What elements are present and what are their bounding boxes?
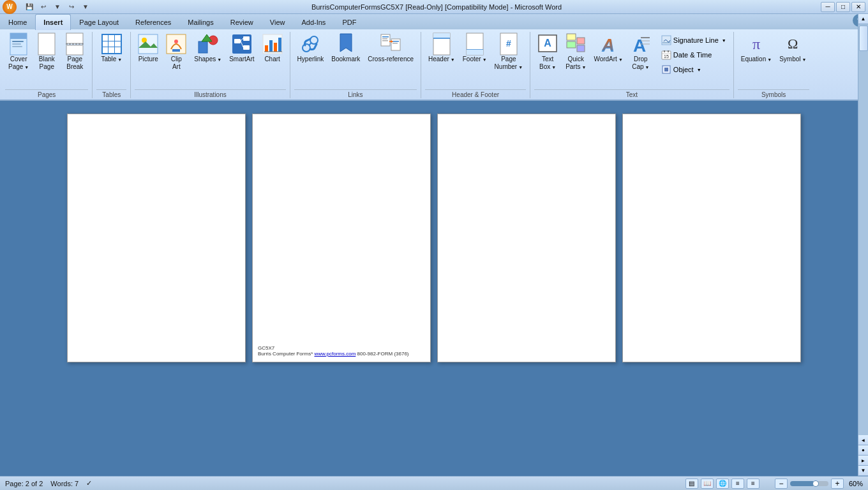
full-reading-view[interactable]: 📖	[701, 479, 714, 489]
web-layout-view[interactable]: 🌐	[716, 479, 729, 489]
ribbon-group-text: A TextBox▼ QuickParts▼	[530, 32, 734, 98]
svg-rect-21	[243, 45, 250, 50]
equation-button[interactable]: π Equation▼	[738, 32, 775, 65]
object-icon	[661, 64, 671, 75]
footer-button[interactable]: Footer▼	[460, 32, 490, 65]
bookmark-svg	[337, 33, 355, 56]
prev-page-button[interactable]: ◀	[858, 435, 868, 445]
svg-rect-69	[664, 68, 668, 71]
clip-art-svg	[166, 34, 186, 54]
ribbon-content: CoverPage▼ BlankPage	[0, 29, 868, 100]
smartart-button[interactable]: SmartArt	[226, 32, 257, 65]
draft-view[interactable]: ≡	[747, 479, 760, 489]
smartart-label: SmartArt	[229, 56, 254, 63]
picture-label: Picture	[138, 56, 158, 63]
tab-addins[interactable]: Add-Ins	[293, 14, 334, 29]
quick-parts-svg	[565, 33, 586, 56]
drop-cap-button[interactable]: A DropCap▼	[627, 32, 654, 73]
ribbon-group-symbols: π Equation▼ Ω Symbol▼ Symbols	[734, 32, 814, 98]
date-time-button[interactable]: 15 Date & Time	[658, 48, 730, 62]
object-svg	[661, 64, 671, 75]
page-indicator: Page: 2 of 2	[5, 480, 43, 487]
blank-page-icon	[36, 34, 57, 54]
picture-button[interactable]: Picture	[135, 32, 161, 65]
shapes-svg	[198, 34, 218, 54]
hyperlink-button[interactable]: Hyperlink	[294, 32, 327, 65]
spellcheck-icon[interactable]: ✓	[86, 479, 92, 487]
zoom-thumb[interactable]	[812, 480, 819, 487]
tab-view[interactable]: View	[262, 14, 294, 29]
vertical-scrollbar[interactable]: ▲ ◀ ● ▶ ▼	[858, 14, 868, 476]
tab-review[interactable]: Review	[222, 14, 262, 29]
object-button[interactable]: Object▼	[658, 63, 730, 77]
status-left: Page: 2 of 2 Words: 7 ✓	[5, 479, 92, 487]
undo-button[interactable]: ↩	[37, 1, 50, 13]
shapes-button[interactable]: Shapes▼	[191, 32, 225, 65]
status-bar: Page: 2 of 2 Words: 7 ✓ ▤ 📖 🌐 ≡ ≡ − + 60…	[0, 476, 868, 490]
scroll-thumb[interactable]	[859, 26, 868, 51]
hyperlink-icon	[300, 34, 320, 54]
page-break-button[interactable]: PageBreak	[61, 32, 88, 73]
close-button[interactable]: ✕	[851, 2, 865, 12]
cover-page-button[interactable]: CoverPage▼	[5, 32, 32, 73]
outline-view[interactable]: ≡	[731, 479, 744, 489]
redo-button[interactable]: ↪	[65, 1, 78, 13]
svg-rect-19	[234, 39, 241, 43]
restore-button[interactable]: □	[836, 2, 850, 12]
cross-reference-button[interactable]: Cross-reference	[364, 32, 417, 65]
chart-label: Chart	[264, 56, 280, 63]
blank-page-button[interactable]: BlankPage	[33, 32, 60, 73]
datetime-svg: 15	[661, 50, 671, 60]
scroll-down-button[interactable]: ▼	[858, 466, 868, 476]
page-break-label: PageBreak	[66, 56, 83, 71]
tab-mailings[interactable]: Mailings	[179, 14, 221, 29]
tab-insert[interactable]: Insert	[35, 14, 71, 30]
tab-home[interactable]: Home	[0, 14, 35, 29]
bookmark-icon	[336, 34, 356, 54]
save-button[interactable]: 💾	[23, 1, 36, 13]
page-break-icon	[64, 34, 85, 54]
print-layout-view[interactable]: ▤	[685, 479, 698, 489]
text-box-svg: A	[537, 33, 558, 56]
signature-line-button[interactable]: Signature Line▼	[658, 33, 730, 47]
footer-svg	[466, 33, 484, 56]
bookmark-button[interactable]: Bookmark	[328, 32, 363, 65]
chart-button[interactable]: Chart	[259, 32, 286, 65]
customize-qa[interactable]: ▼	[79, 1, 92, 13]
object-label: Object	[673, 66, 694, 73]
page-number-button[interactable]: # PageNumber▼	[491, 32, 527, 73]
next-page-button[interactable]: ▶	[858, 456, 868, 466]
select-browse-button[interactable]: ●	[858, 445, 868, 456]
undo-dropdown[interactable]: ▼	[51, 1, 64, 13]
tab-pdf[interactable]: PDF	[334, 14, 364, 29]
zoom-in-button[interactable]: +	[831, 479, 844, 489]
quick-parts-button[interactable]: QuickParts▼	[562, 32, 589, 73]
clip-art-button[interactable]: ClipArt	[163, 32, 190, 73]
footer-url[interactable]: www.pcforms.com	[314, 351, 355, 357]
svg-rect-5	[38, 33, 55, 55]
tab-references[interactable]: References	[127, 14, 179, 29]
table-button[interactable]: Table▼	[98, 32, 125, 65]
zoom-slider[interactable]	[790, 481, 828, 486]
svg-rect-3	[12, 43, 21, 45]
svg-rect-20	[243, 36, 250, 41]
page-number-label: PageNumber▼	[495, 56, 523, 71]
zoom-out-button[interactable]: −	[775, 479, 788, 489]
svg-rect-26	[269, 40, 273, 52]
text-box-button[interactable]: A TextBox▼	[534, 32, 561, 73]
cover-page-svg	[10, 33, 27, 56]
header-button[interactable]: Header▼	[425, 32, 458, 65]
header-footer-buttons: Header▼ Footer▼	[425, 32, 526, 88]
tab-page-layout[interactable]: Page Layout	[71, 14, 127, 29]
header-svg	[433, 33, 451, 56]
office-logo: W	[3, 0, 17, 14]
drop-cap-label: DropCap▼	[632, 56, 649, 71]
scroll-track[interactable]	[858, 24, 868, 435]
scroll-up-button[interactable]: ▲	[858, 14, 868, 24]
cross-reference-svg	[380, 34, 401, 54]
footer-code: GC5X7	[258, 345, 425, 351]
wordart-button[interactable]: A A WordArt▼	[590, 32, 625, 65]
svg-rect-1	[10, 33, 27, 39]
minimize-button[interactable]: ─	[821, 2, 835, 12]
symbol-button[interactable]: Ω Symbol▼	[776, 32, 809, 65]
